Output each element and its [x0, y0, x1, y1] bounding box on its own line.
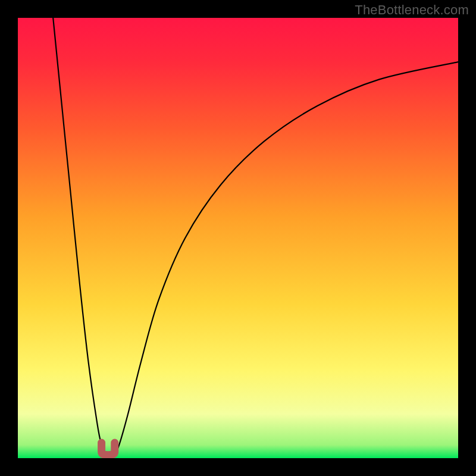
chart-frame: TheBottleneck.com: [0, 0, 476, 476]
bottleneck-chart: [18, 18, 458, 458]
gradient-background: [18, 18, 458, 458]
watermark-label: TheBottleneck.com: [355, 2, 469, 18]
